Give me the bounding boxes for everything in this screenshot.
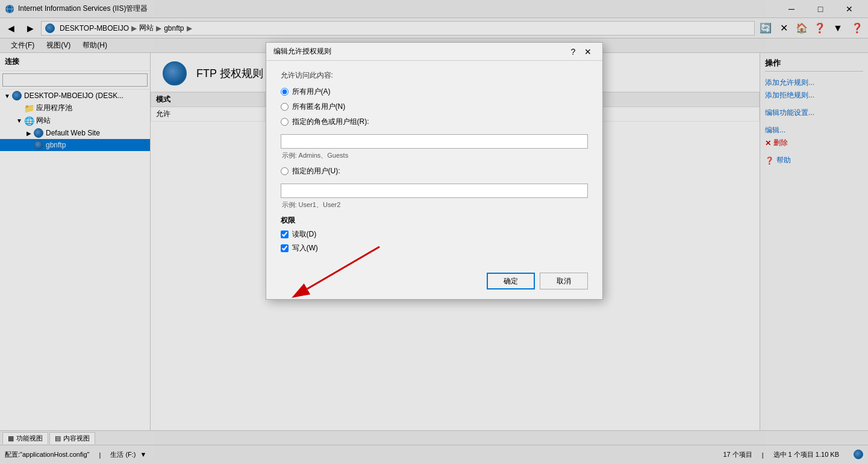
checkbox-row-write: 写入(W) — [281, 243, 588, 253]
radio-roles[interactable] — [281, 118, 289, 126]
modal-overlay: 编辑允许授权规则 ? ✕ 允许访问此内容: 所有用户(A) 所有匿名用户(N) … — [0, 0, 868, 464]
modal-section-label: 允许访问此内容: — [281, 70, 588, 81]
radio-specified-users[interactable] — [281, 167, 289, 175]
radio-specified-users-label: 指定的用户(U): — [292, 166, 340, 176]
modal-content: 允许访问此内容: 所有用户(A) 所有匿名用户(N) 指定的角色或用户组(R):… — [266, 61, 602, 267]
modal-close-button[interactable]: ✕ — [581, 45, 595, 59]
ok-button[interactable]: 确定 — [487, 273, 535, 289]
radio-anon-users-label: 所有匿名用户(N) — [292, 102, 346, 112]
users-input[interactable] — [281, 184, 588, 198]
modal-title-bar: 编辑允许授权规则 ? ✕ — [266, 43, 602, 61]
roles-example: 示例: Admins、Guests — [282, 151, 588, 160]
checkbox-read[interactable] — [281, 230, 289, 238]
radio-anon-users[interactable] — [281, 103, 289, 111]
radio-all-users-label: 所有用户(A) — [292, 87, 331, 97]
radio-row-users: 指定的用户(U): — [281, 166, 588, 176]
permissions-label: 权限 — [281, 215, 588, 226]
users-example: 示例: User1、User2 — [282, 200, 588, 209]
modal-title-text: 编辑允许授权规则 — [273, 46, 566, 57]
roles-input[interactable] — [281, 134, 588, 149]
modal-footer: 确定 取消 — [266, 267, 602, 299]
checkbox-row-read: 读取(D) — [281, 229, 588, 240]
cancel-button[interactable]: 取消 — [540, 273, 588, 289]
radio-all-users[interactable] — [281, 88, 289, 96]
radio-roles-label: 指定的角色或用户组(R): — [292, 117, 369, 127]
modal-help-button[interactable]: ? — [566, 45, 581, 59]
radio-row-all-users: 所有用户(A) — [281, 87, 588, 97]
checkbox-read-label: 读取(D) — [292, 229, 317, 240]
modal-dialog: 编辑允许授权规则 ? ✕ 允许访问此内容: 所有用户(A) 所有匿名用户(N) … — [266, 42, 603, 300]
radio-row-anon: 所有匿名用户(N) — [281, 102, 588, 112]
radio-row-roles: 指定的角色或用户组(R): — [281, 117, 588, 127]
checkbox-write[interactable] — [281, 244, 289, 252]
checkbox-write-label: 写入(W) — [292, 243, 318, 253]
permissions-section: 权限 读取(D) 写入(W) — [281, 215, 588, 253]
